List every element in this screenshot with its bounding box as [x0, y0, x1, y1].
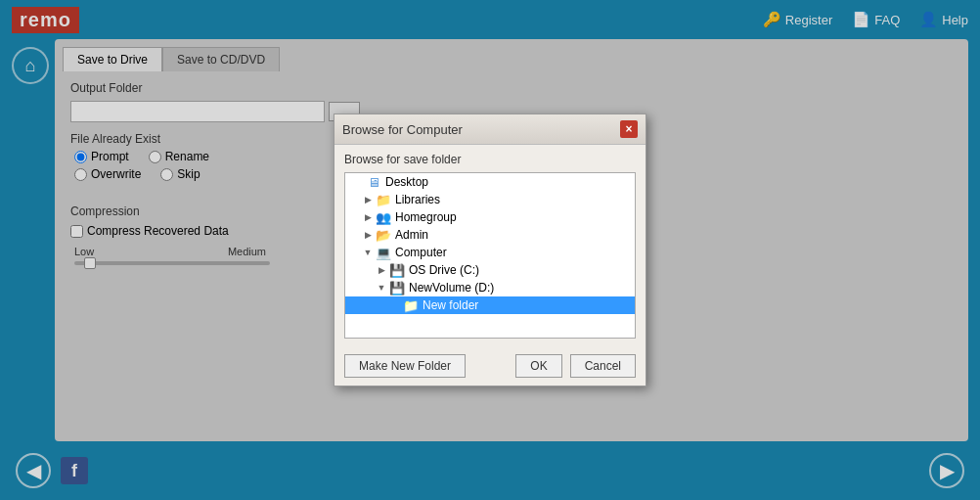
desktop-icon: 🖥 — [365, 175, 382, 189]
tree-item-new-folder[interactable]: 📁 New folder — [345, 296, 635, 314]
arrow-new-volume: ▼ — [375, 283, 388, 293]
os-drive-icon: 💾 — [388, 263, 406, 277]
cancel-button[interactable]: Cancel — [570, 354, 636, 378]
tree-item-computer[interactable]: ▼ 💻 Computer — [345, 244, 635, 261]
admin-icon: 📂 — [375, 228, 392, 242]
dialog-titlebar: Browse for Computer × — [334, 114, 646, 145]
tree-item-admin[interactable]: ▶ 📂 Admin — [345, 226, 635, 244]
dialog-title: Browse for Computer — [342, 122, 463, 137]
tree-item-homegroup[interactable]: ▶ 👥 Homegroup — [345, 208, 635, 226]
dialog-footer: Make New Folder OK Cancel — [334, 346, 646, 386]
libraries-icon: 📁 — [375, 193, 392, 206]
tree-item-desktop[interactable]: 🖥 Desktop — [345, 173, 635, 191]
dialog-body: Browse for save folder 🖥 Desktop ▶ 📁 Lib… — [334, 145, 646, 346]
homegroup-icon: 👥 — [375, 210, 392, 224]
make-new-folder-button[interactable]: Make New Folder — [344, 354, 466, 378]
browse-dialog: Browse for Computer × Browse for save fo… — [334, 114, 646, 386]
tree-item-libraries[interactable]: ▶ 📁 Libraries — [345, 191, 635, 208]
dialog-footer-right: OK Cancel — [515, 354, 636, 378]
arrow-libraries: ▶ — [361, 195, 375, 205]
arrow-computer: ▼ — [361, 248, 375, 257]
arrow-homegroup: ▶ — [361, 212, 375, 222]
dialog-close-button[interactable]: × — [620, 120, 638, 138]
tree-item-new-volume[interactable]: ▼ 💾 NewVolume (D:) — [345, 279, 635, 296]
ok-button[interactable]: OK — [515, 354, 561, 378]
arrow-admin: ▶ — [361, 230, 375, 240]
new-volume-icon: 💾 — [388, 281, 406, 295]
computer-icon: 💻 — [375, 246, 392, 259]
tree-view[interactable]: 🖥 Desktop ▶ 📁 Libraries ▶ 👥 Homegroup — [344, 172, 636, 339]
modal-overlay: Browse for Computer × Browse for save fo… — [0, 0, 980, 500]
arrow-os-drive: ▶ — [375, 265, 388, 275]
new-folder-icon: 📁 — [402, 298, 420, 312]
tree-item-os-drive[interactable]: ▶ 💾 OS Drive (C:) — [345, 261, 635, 279]
dialog-subtitle: Browse for save folder — [344, 153, 636, 166]
